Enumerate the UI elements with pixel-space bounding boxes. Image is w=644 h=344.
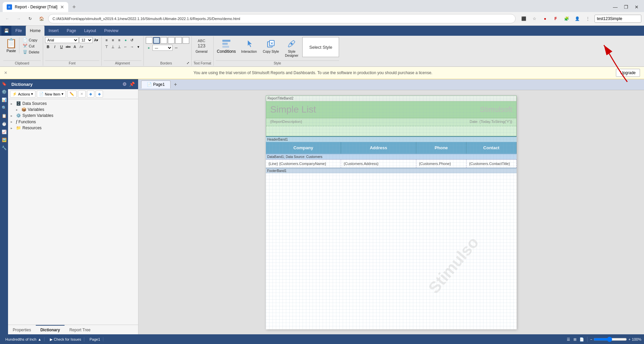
strikethrough-button[interactable]: abc bbox=[65, 44, 71, 50]
expand-functions[interactable]: ▸ bbox=[11, 120, 15, 124]
new-item-button[interactable]: 📄 New Item ▾ bbox=[37, 91, 66, 98]
minimize-button[interactable]: — bbox=[611, 2, 620, 12]
sidebar-icon-7[interactable]: 🖼️ bbox=[1, 137, 7, 143]
move-down-button[interactable]: ◆ bbox=[96, 91, 103, 98]
header-band[interactable]: HeaderBand1 Company Address Phone Contac… bbox=[266, 136, 517, 154]
font-family-select[interactable]: Arial bbox=[45, 37, 79, 43]
interaction-button[interactable]: Interaction bbox=[239, 37, 259, 55]
align-middle-btn[interactable]: ⊥ bbox=[110, 44, 116, 50]
tab-report-tree[interactable]: Report Tree bbox=[65, 325, 95, 334]
tab-page[interactable]: Page bbox=[63, 26, 80, 36]
tab-properties[interactable]: Properties bbox=[8, 325, 36, 334]
sidebar-icon-1[interactable]: ⚙️ bbox=[1, 89, 7, 95]
style-designer-button[interactable]: Style Designer bbox=[283, 37, 300, 59]
bold-button[interactable]: B bbox=[45, 44, 51, 50]
browser-tab[interactable]: R Report - Designer [Trial] ✕ bbox=[3, 2, 68, 12]
new-tab-button[interactable]: + bbox=[70, 2, 79, 12]
page-tab-1[interactable]: 📄 Page1 bbox=[141, 80, 171, 89]
copy-style-button[interactable]: Copy Style bbox=[261, 37, 281, 55]
dict-item-system-variables[interactable]: ▸ ⚙️ System Variables bbox=[9, 113, 137, 119]
align-right-btn[interactable]: ≡ bbox=[116, 37, 122, 43]
tab-preview[interactable]: Preview bbox=[100, 26, 122, 36]
border-color-btn[interactable]: ● bbox=[146, 45, 152, 51]
zoom-minus[interactable]: − bbox=[590, 337, 592, 341]
border-width-btn[interactable]: ─ bbox=[173, 45, 179, 51]
extensions-icon[interactable]: ⬛ bbox=[519, 14, 528, 23]
tab-home[interactable]: Home bbox=[26, 26, 44, 36]
home-button[interactable]: 🏠 bbox=[37, 14, 46, 23]
zoom-plus[interactable]: + bbox=[628, 337, 630, 341]
menu-icon[interactable]: ⋮ bbox=[583, 14, 593, 23]
border-box-1[interactable] bbox=[146, 37, 152, 44]
restore-button[interactable]: ❐ bbox=[621, 2, 631, 12]
border-box-3[interactable] bbox=[160, 37, 167, 44]
page-view-icon[interactable]: 📄 bbox=[579, 337, 584, 342]
italic-button[interactable]: I bbox=[52, 44, 58, 50]
footer-band[interactable]: FooterBand1 bbox=[266, 168, 517, 200]
sidebar-icon-4[interactable]: 📋 bbox=[1, 113, 7, 119]
edit-button[interactable]: ✏️ bbox=[67, 91, 77, 98]
units-item[interactable]: Hundredths of Inch ▲ bbox=[3, 337, 44, 341]
indent-left-btn[interactable]: ← bbox=[123, 44, 129, 50]
add-page-button[interactable]: + bbox=[172, 81, 179, 88]
fabs-icon[interactable]: F bbox=[551, 14, 560, 23]
general-button[interactable]: ABC123 General bbox=[194, 37, 210, 55]
list-view-icon[interactable]: ☰ bbox=[566, 337, 571, 342]
align-bottom-btn[interactable]: ⊥ bbox=[116, 44, 122, 50]
font-size-up-btn[interactable]: A bbox=[72, 44, 78, 50]
check-issues-item[interactable]: ▶ Check for Issues bbox=[47, 337, 84, 342]
forward-button[interactable]: → bbox=[14, 14, 23, 23]
color-fill-btn[interactable]: ● bbox=[123, 37, 129, 43]
tab-insert[interactable]: Insert bbox=[44, 26, 63, 36]
actions-button[interactable]: ⚡ Actions ▾ bbox=[10, 91, 35, 98]
report-title-band[interactable]: ReportTitleBand2 Simple List Stimulsoft … bbox=[266, 96, 517, 136]
indent-right-btn[interactable]: → bbox=[129, 44, 135, 50]
cut-button[interactable]: ✂️ Cut bbox=[21, 43, 41, 49]
expand-system-variables[interactable]: ▸ bbox=[11, 114, 15, 118]
refresh-button[interactable]: ↻ bbox=[25, 14, 35, 23]
puzzle-icon[interactable]: 🧩 bbox=[562, 14, 571, 23]
border-style-select[interactable]: — bbox=[152, 45, 173, 51]
grid-view-icon[interactable]: ⊞ bbox=[572, 337, 578, 342]
tab-close-btn[interactable]: ✕ bbox=[60, 4, 64, 10]
text-rotate-btn[interactable]: ↺ bbox=[129, 37, 135, 43]
border-box-4[interactable] bbox=[168, 37, 175, 44]
upgrade-button[interactable]: Upgrade bbox=[616, 69, 640, 77]
align-left-btn[interactable]: ≡ bbox=[104, 37, 110, 43]
sidebar-icon-2[interactable]: 📊 bbox=[1, 97, 7, 103]
copy-button[interactable]: 📄 Copy bbox=[21, 37, 41, 43]
move-up-button[interactable]: ◆ bbox=[87, 91, 94, 98]
dict-settings-icon[interactable]: ⚙ bbox=[121, 81, 127, 87]
dict-item-data-sources[interactable]: ▸ 🗄️ Data Sources bbox=[9, 101, 137, 107]
profile-icon[interactable]: 👤 bbox=[572, 14, 582, 23]
search-input[interactable] bbox=[595, 15, 641, 23]
select-style-panel[interactable]: Select Style bbox=[302, 37, 339, 57]
underline-button[interactable]: U bbox=[59, 44, 65, 50]
sidebar-icon-0[interactable]: 🔖 bbox=[1, 80, 7, 87]
align-center-btn[interactable]: ≡ bbox=[110, 37, 116, 43]
adblocker-icon[interactable]: ● bbox=[540, 14, 550, 23]
expand-resources[interactable]: ▸ bbox=[11, 126, 15, 130]
bookmark-icon[interactable]: ☆ bbox=[530, 14, 539, 23]
border-box-6[interactable] bbox=[183, 37, 189, 44]
sidebar-icon-6[interactable]: 📈 bbox=[1, 129, 7, 135]
zoom-slider[interactable] bbox=[594, 337, 627, 342]
save-button[interactable]: 💾 bbox=[1, 26, 11, 36]
sidebar-icon-5[interactable]: ⏱️ bbox=[1, 121, 7, 127]
dict-pin-icon[interactable]: 📌 bbox=[129, 81, 135, 87]
data-band[interactable]: DataBand1; Data Source: Customers {Line}… bbox=[266, 154, 517, 168]
tab-layout[interactable]: Layout bbox=[80, 26, 100, 36]
tab-file[interactable]: File bbox=[11, 26, 26, 36]
tab-dictionary[interactable]: Dictionary bbox=[36, 325, 65, 334]
border-box-2[interactable] bbox=[153, 37, 160, 44]
font-size-select[interactable]: 12 bbox=[79, 37, 93, 43]
remove-button[interactable]: ✕ bbox=[78, 91, 86, 98]
sidebar-icon-3[interactable]: 🔍 bbox=[1, 105, 7, 111]
sidebar-icon-8[interactable]: 🔧 bbox=[1, 145, 7, 151]
paste-button[interactable]: 📋 Paste bbox=[3, 37, 19, 53]
address-bar[interactable]: C:/Alt3/AltFront/app/stimulsoft_v2019.4.… bbox=[48, 14, 516, 23]
align-top-btn[interactable]: ⊤ bbox=[104, 44, 110, 50]
close-trial-btn[interactable]: ✕ bbox=[4, 70, 7, 75]
expand-variables[interactable]: ▸ bbox=[16, 108, 20, 112]
dict-item-variables[interactable]: ▸ 📦 Variables bbox=[9, 107, 137, 113]
